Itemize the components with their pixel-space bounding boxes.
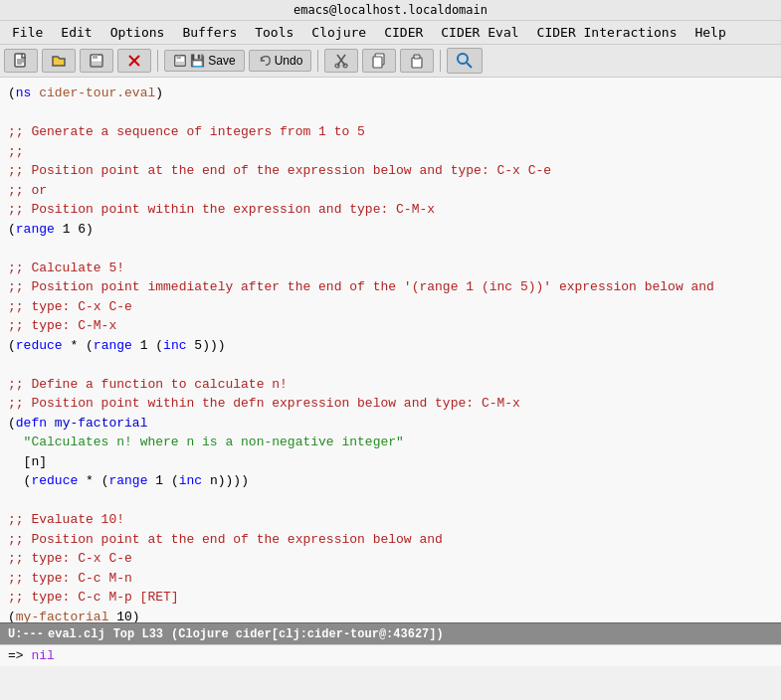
- open-file-button[interactable]: [42, 49, 76, 73]
- search-icon: [456, 52, 474, 70]
- open-file-icon: [51, 53, 67, 69]
- new-file-button[interactable]: [4, 49, 38, 73]
- copy-button[interactable]: [362, 49, 396, 73]
- menu-cider[interactable]: CIDER: [376, 23, 431, 42]
- menu-cider-interactions[interactable]: CIDER Interactions: [529, 23, 685, 42]
- title-bar: emacs@localhost.localdomain: [0, 0, 781, 21]
- svg-rect-10: [177, 56, 181, 60]
- code-line: ;; type: C-c M-n: [8, 569, 773, 589]
- close-x-button[interactable]: [117, 49, 151, 73]
- code-line: ;; Position point within the expression …: [8, 200, 773, 220]
- code-line: (range 1 6): [8, 220, 773, 240]
- svg-rect-6: [92, 62, 101, 66]
- copy-icon: [371, 53, 387, 69]
- paste-icon: [409, 53, 425, 69]
- status-filename: eval.clj: [48, 627, 105, 641]
- title-text: emacs@localhost.localdomain: [293, 3, 488, 17]
- close-x-icon: [126, 53, 142, 69]
- status-modeline: (Clojure cider[clj:cider-tour@:43627]): [171, 627, 444, 641]
- menu-bar: File Edit Options Buffers Tools Clojure …: [0, 21, 781, 45]
- menu-help[interactable]: Help: [686, 23, 733, 42]
- code-line: ;; Position point at the end of the expr…: [8, 161, 773, 181]
- undo-button[interactable]: Undo: [249, 50, 312, 72]
- search-button[interactable]: [447, 48, 483, 74]
- undo-icon: [258, 54, 272, 68]
- code-line: ;; type: C-M-x: [8, 316, 773, 336]
- save-icon: [173, 54, 187, 68]
- code-line: ;; Position point at the end of the expr…: [8, 530, 773, 550]
- menu-file[interactable]: File: [4, 23, 51, 42]
- minibuffer-text: => nil: [8, 648, 55, 663]
- code-line: ;; Define a function to calculate n!: [8, 375, 773, 395]
- menu-clojure[interactable]: Clojure: [303, 23, 374, 42]
- code-line: [8, 103, 773, 123]
- code-line: ;; or: [8, 181, 773, 201]
- code-line: (my-factorial 10): [8, 608, 773, 623]
- code-line: ;; Position point immediately after the …: [8, 277, 773, 297]
- toolbar-sep-2: [317, 50, 318, 72]
- minibuffer: => nil: [0, 644, 781, 666]
- save-disk-icon: [89, 53, 104, 69]
- editor-area[interactable]: (ns cider-tour.eval) ;; Generate a seque…: [0, 78, 781, 622]
- code-line: ;; type: C-c M-p [RET]: [8, 588, 773, 608]
- nil-value: nil: [31, 648, 54, 663]
- svg-rect-5: [93, 55, 98, 59]
- code-line: [n]: [8, 452, 773, 472]
- code-line: ;;: [8, 142, 773, 162]
- svg-rect-19: [414, 55, 420, 59]
- status-mode: U:---: [8, 627, 44, 641]
- cut-icon: [333, 53, 349, 69]
- new-file-icon: [13, 53, 29, 69]
- toolbar: 💾 Save Undo: [0, 45, 781, 78]
- code-line: (reduce * (range 1 (inc n)))): [8, 471, 773, 491]
- svg-rect-17: [373, 57, 382, 68]
- undo-label: Undo: [275, 54, 303, 68]
- code-line: [8, 355, 773, 375]
- toolbar-sep-1: [157, 50, 158, 72]
- save-label: 💾 Save: [190, 54, 236, 68]
- code-line: [8, 491, 773, 511]
- cut-button[interactable]: [324, 49, 358, 73]
- code-line: ;; type: C-x C-e: [8, 549, 773, 569]
- menu-buffers[interactable]: Buffers: [174, 23, 245, 42]
- paste-button[interactable]: [400, 49, 434, 73]
- code-line: (reduce * (range 1 (inc 5))): [8, 336, 773, 356]
- code-line: ;; Generate a sequence of integers from …: [8, 122, 773, 142]
- code-line: (ns cider-tour.eval): [8, 84, 773, 103]
- menu-edit[interactable]: Edit: [53, 23, 99, 42]
- code-line: ;; Position point within the defn expres…: [8, 394, 773, 414]
- svg-point-20: [458, 54, 468, 64]
- save-disk-button[interactable]: [80, 49, 113, 73]
- code-line: ;; Calculate 5!: [8, 259, 773, 278]
- toolbar-sep-3: [440, 50, 441, 72]
- status-position: Top L33: [113, 627, 163, 641]
- code-line: ;; type: C-x C-e: [8, 297, 773, 317]
- code-line: (defn my-factorial: [8, 414, 773, 434]
- save-label-button[interactable]: 💾 Save: [164, 50, 245, 72]
- menu-options[interactable]: Options: [102, 23, 173, 42]
- code-line: [8, 239, 773, 259]
- status-bar: U:--- eval.clj Top L33 (Clojure cider[cl…: [0, 622, 781, 644]
- code-line: ;; Evaluate 10!: [8, 510, 773, 530]
- svg-rect-11: [176, 62, 185, 66]
- code-line: "Calculates n! where n is a non-negative…: [8, 433, 773, 452]
- svg-line-21: [467, 63, 472, 68]
- menu-tools[interactable]: Tools: [247, 23, 301, 42]
- menu-cider-eval[interactable]: CIDER Eval: [433, 23, 526, 42]
